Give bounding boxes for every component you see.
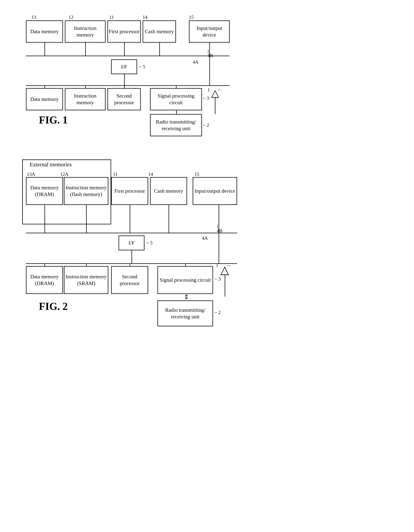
- fig1-if-box: I/F: [111, 59, 137, 74]
- fig1-v-data-mem: [45, 43, 45, 56]
- fig1-instruction-memory-2: Instruction memory: [65, 88, 106, 110]
- ref-14: 14: [143, 14, 147, 20]
- fig1-signal-ref: ~ 3: [203, 95, 209, 101]
- fig1-v-cash-mem: [159, 43, 160, 56]
- fig1-data-memory-2: Data memory: [26, 88, 63, 110]
- fig2-data-memory-dram: Data memory (DRAM): [26, 177, 63, 205]
- fig1-v-first-proc: [124, 43, 125, 56]
- fig2-radio-ref: ~ 2: [214, 310, 221, 315]
- fig2-v-antenna: [225, 275, 225, 297]
- fig2-data-memory-dram-2: Data memory (DRAM): [26, 266, 63, 294]
- fig2-antenna-ref: 1: [216, 263, 218, 268]
- fig1-label: FIG. 1: [39, 114, 68, 126]
- ref-15: 15: [189, 14, 194, 20]
- fig2-input-output-device: Input/output device: [193, 177, 237, 205]
- fig1-v-instr-mem2: [85, 85, 86, 88]
- fig1-data-memory: Data memory: [26, 20, 63, 43]
- fig2-if-ref: ~ 5: [146, 240, 153, 246]
- fig2-v-first: [130, 205, 130, 233]
- fig2-v-instr2: [86, 263, 87, 266]
- figure-1: 13 12 11 14 15 Data memory Instruction m…: [15, 11, 399, 126]
- fig2-ref-12a: 12A: [60, 171, 69, 177]
- fig1-mid-bus: [26, 85, 230, 86]
- fig2-v-cash: [169, 205, 169, 233]
- fig2-v-instr: [86, 205, 87, 233]
- fig1-v-if-down: [124, 74, 125, 86]
- fig2-label: FIG. 2: [39, 300, 68, 312]
- fig2-instruction-memory-sram: Instruction memory (SRAM): [64, 266, 108, 294]
- fig1-v-antenna: [215, 97, 215, 114]
- fig1-first-processor: First processor: [107, 20, 141, 43]
- fig1-v-4b: [209, 43, 210, 85]
- fig1-v-signal: [176, 85, 176, 88]
- fig1-4a: 4A: [193, 59, 199, 65]
- fig1-v-second-proc: [124, 85, 125, 88]
- fig2-v-second2: [130, 263, 130, 266]
- fig2-v-data2: [45, 263, 45, 266]
- fig2-external-memories-label: External memories: [30, 161, 72, 168]
- fig1-radio-ref: ~ 2: [203, 122, 209, 128]
- fig1-if-ref: ~ 5: [139, 64, 145, 69]
- ref-11: 11: [109, 14, 114, 20]
- fig2-4a: 4A: [202, 236, 208, 241]
- fig2-ref-11: 11: [113, 171, 118, 177]
- fig1-cash-memory: Cash memory: [143, 20, 176, 43]
- fig2-v-if-down: [131, 250, 132, 264]
- fig2-instruction-memory-flash: Instruction memory (flash memory): [64, 177, 108, 205]
- fig2-second-processor: Second processor: [111, 266, 148, 294]
- fig2-ref-13a: 13A: [27, 171, 35, 177]
- fig1-instruction-memory: Instruction memory: [65, 20, 106, 43]
- fig2-top-bus: [26, 233, 237, 233]
- fig2-if-box: I/F: [119, 236, 145, 250]
- fig1-radio-unit: Radio transmitting/ receiving unit: [150, 114, 202, 136]
- fig2-signal-ref: ~ 3: [214, 276, 221, 282]
- fig2-double-arrow: ⇕: [184, 294, 189, 300]
- figure-2: External memories 13A 12A 11 14 15 Data …: [15, 145, 399, 339]
- fig2-cash-memory: Cash memory: [150, 177, 187, 205]
- fig1-signal-circuit: Signal processing circuit: [150, 88, 202, 110]
- ref-12: 12: [69, 14, 73, 20]
- fig2-antenna-tilde: ~: [228, 263, 230, 269]
- fig1-top-bus: [26, 56, 230, 56]
- fig1-antenna-ref: 1: [207, 87, 210, 93]
- fig2-first-processor: First processor: [111, 177, 148, 205]
- fig1-input-output-device: Input/output device: [189, 20, 230, 43]
- fig1-second-processor: Second processor: [107, 88, 141, 110]
- fig2-ref-15: 15: [194, 171, 199, 177]
- fig2-v-4b: [219, 205, 219, 263]
- fig1-v-instr-mem: [85, 43, 86, 56]
- fig2-v-data: [45, 205, 45, 233]
- fig1-v-data-mem2: [45, 85, 45, 88]
- page: 13 12 11 14 15 Data memory Instruction m…: [0, 0, 414, 532]
- fig2-ref-14: 14: [148, 171, 153, 177]
- ref-13: 13: [31, 14, 36, 20]
- fig2-radio-unit: Radio transmitting/ receiving unit: [157, 300, 213, 326]
- fig1-antenna-tilde: ~: [218, 87, 221, 93]
- fig2-v-signal2: [185, 263, 186, 266]
- fig2-signal-circuit: Signal processing circuit: [157, 266, 213, 294]
